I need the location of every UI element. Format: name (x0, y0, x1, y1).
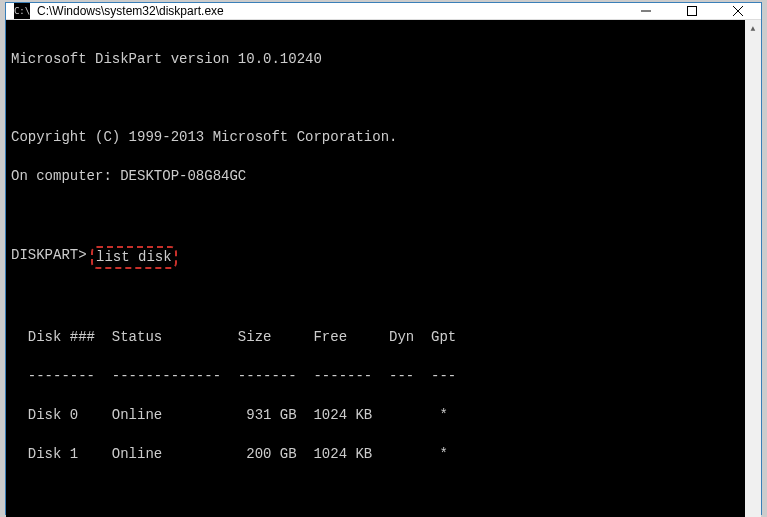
computer-line: On computer: DESKTOP-08G84GC (11, 167, 740, 187)
table-divider: -------- ------------- ------- ------- -… (11, 367, 740, 387)
diskpart-window: C:\ C:\Windows\system32\diskpart.exe Mic… (5, 2, 762, 515)
scrollbar[interactable]: ▲ ▼ (745, 20, 761, 517)
titlebar[interactable]: C:\ C:\Windows\system32\diskpart.exe (6, 3, 761, 20)
copyright-line: Copyright (C) 1999-2013 Microsoft Corpor… (11, 128, 740, 148)
console-output[interactable]: Microsoft DiskPart version 10.0.10240 Co… (6, 20, 745, 517)
window-title: C:\Windows\system32\diskpart.exe (37, 4, 623, 18)
table-row: Disk 1 Online 200 GB 1024 KB * (11, 445, 740, 465)
content-area: Microsoft DiskPart version 10.0.10240 Co… (6, 20, 761, 517)
close-button[interactable] (715, 3, 761, 19)
minimize-button[interactable] (623, 3, 669, 19)
prompt: DISKPART> (11, 246, 87, 266)
maximize-button[interactable] (669, 3, 715, 19)
version-line: Microsoft DiskPart version 10.0.10240 (11, 50, 740, 70)
window-controls (623, 3, 761, 19)
app-icon: C:\ (14, 3, 30, 19)
cmd-list-disk: list disk (91, 246, 177, 270)
scroll-track[interactable] (745, 37, 761, 517)
svg-rect-1 (688, 7, 697, 16)
scroll-up-button[interactable]: ▲ (745, 20, 761, 37)
table-row: Disk 0 Online 931 GB 1024 KB * (11, 406, 740, 426)
table-header: Disk ### Status Size Free Dyn Gpt (11, 328, 740, 348)
